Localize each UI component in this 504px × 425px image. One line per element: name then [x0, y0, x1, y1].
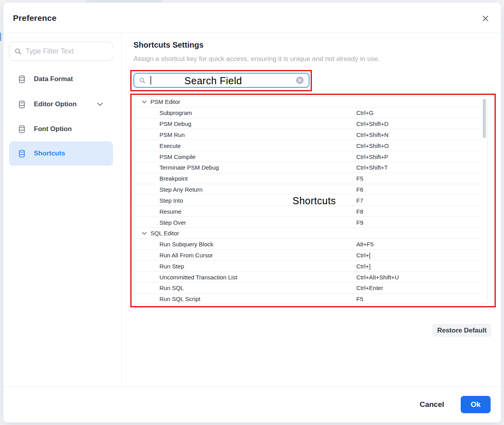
action-label: Run Subquery Block: [159, 241, 213, 248]
annotation-label-search-field: Search Field: [184, 75, 242, 87]
shortcut-key-label: Ctrl+Enter: [356, 285, 383, 291]
panel-title: Shortcuts Settings: [133, 41, 204, 50]
sidebar-item-label: Data Format: [34, 75, 73, 83]
action-label: Run SQL Script: [159, 296, 200, 302]
sidebar-item-shortcuts[interactable]: Shortcuts: [9, 141, 113, 166]
action-label: Terminate PSM Debug: [159, 164, 219, 171]
search-icon: [14, 48, 22, 55]
chevron-down-icon: [142, 100, 147, 103]
shortcut-group-header[interactable]: SQL Editor: [134, 228, 487, 239]
shortcut-row[interactable]: Step OverF9: [134, 217, 487, 228]
sidebar-item-label: Font Option: [34, 125, 72, 133]
group-name: PSM Editor: [150, 98, 180, 105]
shortcut-row[interactable]: Uncommitted Transaction ListCtrl+Alt+Shi…: [134, 272, 487, 283]
shortcut-row[interactable]: Run SQL ScriptF5: [134, 294, 487, 304]
shortcut-key-label: Ctrl+Shift+P: [356, 153, 388, 160]
shortcut-row[interactable]: SubprogramCtrl+G: [134, 107, 487, 118]
shortcut-key-label: F5: [356, 175, 363, 182]
clear-search-button[interactable]: [296, 76, 304, 85]
dialog-title: Preference: [13, 13, 57, 23]
action-label: Breakpoint: [159, 175, 188, 182]
action-label: Uncommitted Transaction List: [159, 274, 237, 281]
database-icon: [18, 125, 26, 133]
shortcut-row[interactable]: PSM DebugCtrl+Shift+D: [134, 118, 487, 129]
annotation-label-shortcuts: Shortcuts: [293, 195, 336, 207]
shortcut-key-label: Ctrl+Alt+Shift+U: [356, 274, 399, 281]
database-icon: [18, 150, 26, 158]
sidebar-filter-box[interactable]: [9, 42, 113, 61]
cancel-button[interactable]: Cancel: [420, 400, 444, 409]
annotation-box-search-field: Search Field: [130, 70, 312, 91]
sidebar: Data Format Editor Option Font Option Sh…: [4, 33, 122, 387]
shortcut-key-label: F8: [356, 208, 363, 215]
text-cursor: [150, 76, 151, 85]
shortcut-key-label: Ctrl+Shift+O: [356, 142, 389, 149]
sidebar-item-editor-option[interactable]: Editor Option: [9, 96, 113, 113]
dialog-header: Preference: [4, 3, 501, 33]
close-button[interactable]: [481, 14, 490, 23]
action-label: Subprogram: [159, 109, 192, 116]
shortcut-row[interactable]: Run SQLCtrl+Enter: [134, 283, 487, 294]
action-label: Resume: [159, 208, 182, 215]
preference-dialog: Preference Data Format Editor Option: [3, 2, 501, 423]
scrollbar-thumb[interactable]: [483, 99, 486, 138]
chevron-down-icon: [142, 232, 147, 235]
sidebar-filter-input[interactable]: [26, 47, 117, 55]
clear-circle-icon: [296, 76, 304, 85]
sidebar-item-data-format[interactable]: Data Format: [9, 70, 113, 88]
shortcut-row[interactable]: Run StepCtrl+]: [134, 261, 487, 272]
shortcut-row[interactable]: Run Subquery BlockAlt+F5: [134, 239, 487, 250]
action-label: PSM Compile: [159, 153, 196, 160]
action-label: Step Into: [159, 197, 183, 204]
shortcut-row[interactable]: Run All From CursorCtrl+[: [134, 250, 487, 261]
close-icon: [482, 15, 489, 22]
sidebar-item-label: Editor Option: [34, 100, 77, 108]
restore-default-button[interactable]: Restore Default: [432, 324, 491, 337]
shortcut-key-label: F6: [356, 186, 363, 193]
ok-button[interactable]: Ok: [461, 396, 491, 413]
shortcut-key-label: F5: [356, 296, 363, 302]
group-name: SQL Editor: [150, 230, 179, 237]
sidebar-item-font-option[interactable]: Font Option: [9, 120, 113, 138]
shortcut-key-label: F9: [356, 219, 363, 226]
shortcut-row[interactable]: PSM RunCtrl+Shift+N: [134, 129, 487, 140]
action-label: Step Any Return: [159, 186, 202, 193]
action-label: Execute: [159, 142, 181, 149]
action-label: Run All From Cursor: [159, 252, 213, 259]
shortcut-row[interactable]: PSM CompileCtrl+Shift+P: [134, 151, 487, 162]
action-label: Run SQL: [159, 285, 184, 291]
shortcut-row[interactable]: ExecuteCtrl+Shift+O: [134, 140, 487, 151]
shortcut-key-label: Ctrl+G: [356, 109, 374, 116]
shortcut-key-label: Ctrl+]: [356, 263, 371, 270]
shortcut-key-label: Ctrl+Shift+D: [356, 120, 389, 127]
shortcut-row[interactable]: Terminate PSM DebugCtrl+Shift+T: [134, 162, 487, 173]
action-label: PSM Run: [159, 131, 185, 138]
action-label: Run Step: [159, 263, 184, 270]
action-label: PSM Debug: [159, 120, 191, 127]
shortcut-group-header[interactable]: PSM Editor: [134, 96, 487, 107]
sidebar-item-label: Shortcuts: [34, 150, 65, 157]
shortcut-key-label: Ctrl+Shift+T: [356, 164, 388, 171]
chevron-down-icon: [97, 102, 103, 106]
shortcut-row[interactable]: BreakpointF5: [134, 173, 487, 184]
dialog-footer: Cancel Ok: [4, 386, 501, 422]
panel-subtitle: Assign a shortcut key for quick access, …: [133, 55, 380, 63]
action-label: Step Over: [159, 219, 186, 226]
shortcut-key-label: Ctrl+[: [356, 252, 371, 259]
shortcut-key-label: Alt+F5: [356, 241, 374, 248]
database-icon: [18, 75, 26, 83]
background-scroll-fragment: [0, 33, 1, 41]
shortcut-key-label: Ctrl+Shift+N: [356, 131, 389, 138]
shortcut-row[interactable]: ResumeF8: [134, 206, 487, 217]
search-icon: [139, 77, 146, 84]
database-icon: [18, 100, 26, 109]
shortcuts-settings-panel: Shortcuts Settings Assign a shortcut key…: [122, 33, 501, 387]
shortcut-key-label: F7: [356, 197, 363, 204]
shortcut-row[interactable]: Step Any ReturnF6: [134, 184, 487, 195]
